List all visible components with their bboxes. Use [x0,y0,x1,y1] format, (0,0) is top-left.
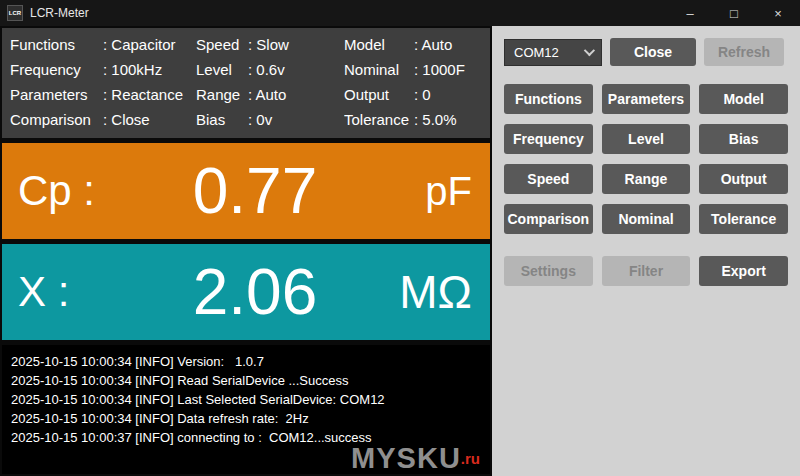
tolerance-button[interactable]: Tolerance [699,204,788,234]
info-cell-frequency: Frequency: 100kHz [10,57,196,82]
info-value: : 0v [248,111,344,128]
level-button[interactable]: Level [602,124,691,154]
functions-button[interactable]: Functions [504,84,593,114]
info-value: : 5.0% [414,111,482,128]
connection-row: COM12 Close Refresh [504,38,788,66]
info-value: : 0 [414,86,482,103]
measurement-unit: pF [362,169,472,214]
log-line: 2025-10-15 10:00:34 [INFO] Read SerialDe… [11,371,481,390]
info-label: Frequency [10,61,103,78]
info-value: : Auto [414,36,482,53]
log-console: 2025-10-15 10:00:34 [INFO] Version: 1.0.… [2,345,490,474]
info-value: : 1000F [414,61,482,78]
info-label: Speed [196,36,248,53]
info-label: Tolerance [344,111,414,128]
speed-button[interactable]: Speed [504,164,593,194]
control-panel: COM12 Close Refresh Functions Parameters… [492,26,800,476]
utility-buttons-row: Settings Filter Export [504,256,788,286]
maximize-button[interactable]: □ [712,0,756,26]
info-label: Range [196,86,248,103]
window-title: LCR-Meter [30,6,89,20]
measurement-param: Cp : [18,167,148,215]
watermark-suffix: .ru [461,450,480,467]
parameters-button[interactable]: Parameters [602,84,691,114]
info-label: Nominal [344,61,414,78]
window-controls: – □ × [668,0,800,26]
measurement-unit: MΩ [362,265,472,319]
range-button[interactable]: Range [602,164,691,194]
close-port-button[interactable]: Close [610,38,696,66]
log-line: 2025-10-15 10:00:34 [INFO] Data refresh … [11,409,481,428]
info-cell-speed: Speed: Slow [196,32,344,57]
refresh-button[interactable]: Refresh [704,38,784,66]
info-label: Functions [10,36,103,53]
info-cell-output: Output: 0 [344,82,482,107]
chevron-down-icon [584,45,595,56]
measurement-value: 2.06 [148,255,362,329]
com-port-value: COM12 [514,45,559,60]
info-label: Output [344,86,414,103]
app-logo-icon: LCR [7,5,23,21]
measurement-param: X : [18,268,148,316]
output-button[interactable]: Output [699,164,788,194]
info-value: : 100kHz [103,61,196,78]
watermark: MYSKU.ru [351,449,480,468]
info-cell-range: Range: Auto [196,82,344,107]
measurement-value: 0.77 [148,154,362,228]
minimize-button[interactable]: – [668,0,712,26]
export-button[interactable]: Export [699,256,788,286]
com-port-select[interactable]: COM12 [504,39,602,66]
info-cell-bias: Bias: 0v [196,107,344,132]
parameter-buttons-grid: Functions Parameters Model Frequency Lev… [504,84,788,234]
info-cell-model: Model: Auto [344,32,482,57]
settings-button[interactable]: Settings [504,256,593,286]
info-cell-comparison: Comparison: Close [10,107,196,132]
info-label: Parameters [10,86,103,103]
info-value: : Auto [248,86,344,103]
info-cell-functions: Functions: Capacitor [10,32,196,57]
info-label: Comparison [10,111,103,128]
main-body: Functions: Capacitor Speed: Slow Model: … [0,26,800,476]
info-value: : Close [103,111,196,128]
info-value: : Slow [248,36,344,53]
info-label: Level [196,61,248,78]
info-cell-tolerance: Tolerance: 5.0% [344,107,482,132]
info-cell-level: Level: 0.6v [196,57,344,82]
log-line: 2025-10-15 10:00:34 [INFO] Last Selected… [11,390,481,409]
nominal-button[interactable]: Nominal [602,204,691,234]
info-value: : Reactance [103,86,196,103]
app-window: LCR LCR-Meter – □ × Functions: Capacitor… [0,0,800,476]
info-label: Bias [196,111,248,128]
info-value: : 0.6v [248,61,344,78]
titlebar: LCR LCR-Meter – □ × [0,0,800,26]
log-line: 2025-10-15 10:00:34 [INFO] Version: 1.0.… [11,352,481,371]
comparison-button[interactable]: Comparison [504,204,593,234]
primary-measurement-display: Cp : 0.77 pF [2,143,490,239]
info-cell-parameters: Parameters: Reactance [10,82,196,107]
close-window-button[interactable]: × [756,0,800,26]
bias-button[interactable]: Bias [699,124,788,154]
filter-button[interactable]: Filter [602,256,691,286]
watermark-main: MYSKU [351,442,461,474]
model-button[interactable]: Model [699,84,788,114]
frequency-button[interactable]: Frequency [504,124,593,154]
titlebar-left: LCR LCR-Meter [0,5,89,21]
secondary-measurement-display: X : 2.06 MΩ [2,244,490,340]
info-value: : Capacitor [103,36,196,53]
settings-summary: Functions: Capacitor Speed: Slow Model: … [2,28,490,138]
measurement-area: Functions: Capacitor Speed: Slow Model: … [0,26,492,476]
info-cell-nominal: Nominal: 1000F [344,57,482,82]
info-label: Model [344,36,414,53]
